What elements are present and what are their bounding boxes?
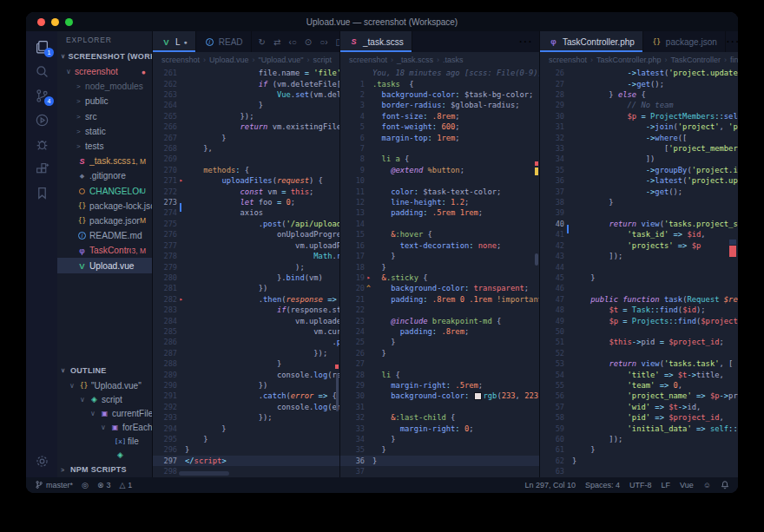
line-number[interactable]: 43 [540, 252, 564, 260]
line-number[interactable]: 281 [153, 284, 177, 292]
code-line[interactable]: 27 ->get(); [540, 78, 738, 89]
code-line[interactable]: 1.tasks { [340, 78, 539, 89]
line-number[interactable]: 26 [340, 349, 365, 358]
code-line[interactable]: 50 [540, 326, 738, 337]
line-number[interactable]: 34 [540, 154, 564, 163]
code-line[interactable]: 6 margin-top: 1rem; [340, 132, 539, 142]
line-number[interactable]: 292 [153, 403, 177, 411]
code-line[interactable]: 20^ background-color: transparent; [340, 283, 539, 293]
code-line[interactable]: 283 if(response.status [153, 305, 339, 315]
line-number[interactable]: 34 [340, 435, 365, 443]
line-number[interactable]: 294 [153, 424, 177, 433]
tab-package-json[interactable]: {}package.json [643, 31, 726, 52]
line-number[interactable]: 3 [340, 101, 365, 109]
npm-scripts-section-header[interactable]: > NPM SCRIPTS [57, 462, 152, 477]
code-line[interactable]: 31 ->join('project', 'projec [540, 122, 738, 132]
line-number[interactable]: 35 [340, 445, 365, 454]
code-line[interactable]: 276 onUploadProgress: f [153, 229, 339, 240]
code-line[interactable]: 286 .push(v [153, 337, 339, 347]
code-line[interactable]: 292 console.log(error.r [153, 402, 339, 412]
code-line[interactable]: 296} [153, 444, 339, 455]
line-number[interactable]: 62 [540, 456, 564, 465]
code-line[interactable]: 54 'title' => $t->title, [540, 369, 738, 379]
code-line[interactable]: 36} [340, 456, 539, 466]
status-item-master-[interactable]: master* [35, 480, 73, 491]
code-line[interactable]: 55 'team' => 0, [540, 380, 738, 391]
line-number[interactable]: 262 [153, 80, 177, 89]
nav-fwd-icon[interactable]: ○› [319, 37, 327, 47]
code-line[interactable]: 270 methods: { [153, 165, 339, 175]
outline-section-header[interactable]: ∨ OUTLINE [57, 363, 152, 378]
line-number[interactable]: 27 [340, 359, 365, 368]
line-number[interactable]: 289 [153, 371, 177, 379]
breadcrumb-item[interactable]: .tasks [443, 56, 464, 64]
status-item-spaces-4[interactable]: Spaces: 4 [585, 480, 620, 491]
line-number[interactable]: 9 [340, 166, 365, 174]
code-line[interactable]: 9 @extend %button; [340, 165, 539, 175]
tab-l[interactable]: VL● [153, 31, 196, 52]
code-line[interactable]: 57 'wid' => $t->id, [540, 402, 738, 412]
breadcrumb-item[interactable]: screenshot [161, 56, 200, 64]
line-number[interactable]: 8 [340, 154, 365, 163]
code-line[interactable]: 26 ->latest('project.updated [540, 68, 738, 78]
line-number[interactable]: 48 [540, 305, 564, 314]
line-number[interactable]: 32 [540, 134, 564, 142]
line-number[interactable]: 15 [340, 230, 365, 239]
code-line[interactable]: 266 return vm.existingFiles; [153, 122, 339, 132]
line-number[interactable]: 275 [153, 220, 177, 228]
line-number[interactable]: 265 [153, 112, 177, 121]
code-line[interactable]: 7 [340, 143, 539, 154]
line-number[interactable]: 266 [153, 122, 177, 131]
code-line[interactable]: 35 ->groupBy('project.id') [540, 165, 738, 175]
code-line[interactable]: 37 [340, 466, 539, 476]
horizontal-scrollbar-thumb[interactable] [179, 471, 229, 476]
line-number[interactable]: 36 [340, 456, 365, 465]
line-number[interactable]: 33 [340, 424, 365, 433]
line-number[interactable]: 276 [153, 230, 177, 239]
code-line[interactable]: 268 }, [153, 143, 339, 154]
code-line[interactable]: 267 } [153, 132, 339, 142]
code-line[interactable]: 33 ['project_members.use [540, 143, 738, 154]
line-number[interactable]: 33 [540, 144, 564, 153]
code-line[interactable]: 8 li a { [340, 154, 539, 164]
code-line[interactable]: 294 } [153, 423, 339, 433]
code-line[interactable]: 46 [540, 283, 738, 293]
code-line[interactable]: 290 }) [153, 380, 339, 391]
line-number[interactable]: 30 [340, 391, 365, 400]
code-line[interactable]: 43 ]); [540, 251, 738, 261]
code-line[interactable]: 24 padding: .8rem; [340, 326, 539, 337]
line-number[interactable]: 27 [540, 80, 564, 89]
line-number[interactable]: 47 [540, 295, 564, 304]
code-line[interactable]: 45 } [540, 273, 738, 283]
tree-item[interactable]: >public [57, 94, 152, 108]
tree-item[interactable]: ∨◈script [57, 392, 152, 406]
line-number[interactable]: 282 [153, 295, 177, 304]
code-line[interactable]: 261 file.name = 'file' + fi [153, 68, 339, 78]
code-line[interactable]: 295 } [153, 434, 339, 444]
code-line[interactable]: 13 padding: .5rem 1rem; [340, 207, 539, 218]
code-line[interactable]: 5 font-weight: 600; [340, 122, 539, 132]
code-line[interactable]: 3 border-radius: $global-radius; [340, 100, 539, 110]
tree-item[interactable]: S_task.scss1, M [57, 154, 152, 168]
tree-item[interactable]: CHANGELOG....U [57, 184, 152, 199]
code-line[interactable]: 281 }) [153, 283, 339, 293]
code-line[interactable]: 265 }); [153, 111, 339, 122]
code-line[interactable]: 288 } [153, 358, 339, 369]
line-number[interactable]: 36 [540, 176, 564, 185]
code-line[interactable]: 38 } [540, 197, 738, 207]
scrollbar-thumb[interactable] [336, 373, 339, 411]
code-line[interactable]: 28 li { [340, 369, 539, 379]
breadcrumb-item[interactable]: screenshot [549, 56, 587, 64]
status-item-lf[interactable]: LF [662, 480, 671, 491]
line-number[interactable]: 10 [340, 176, 365, 185]
code-line[interactable]: 17 } [340, 251, 539, 261]
more-actions-icon[interactable]: ··· [726, 34, 738, 49]
line-number[interactable]: 270 [153, 166, 177, 174]
status-item-bell[interactable] [721, 480, 729, 491]
line-number[interactable]: 272 [153, 187, 177, 196]
code-line[interactable]: 31 [340, 402, 539, 412]
extensions-icon[interactable] [33, 161, 50, 176]
line-number[interactable]: 278 [153, 252, 177, 260]
code-line[interactable]: 14 [340, 219, 539, 229]
line-number[interactable]: 18 [340, 263, 365, 272]
